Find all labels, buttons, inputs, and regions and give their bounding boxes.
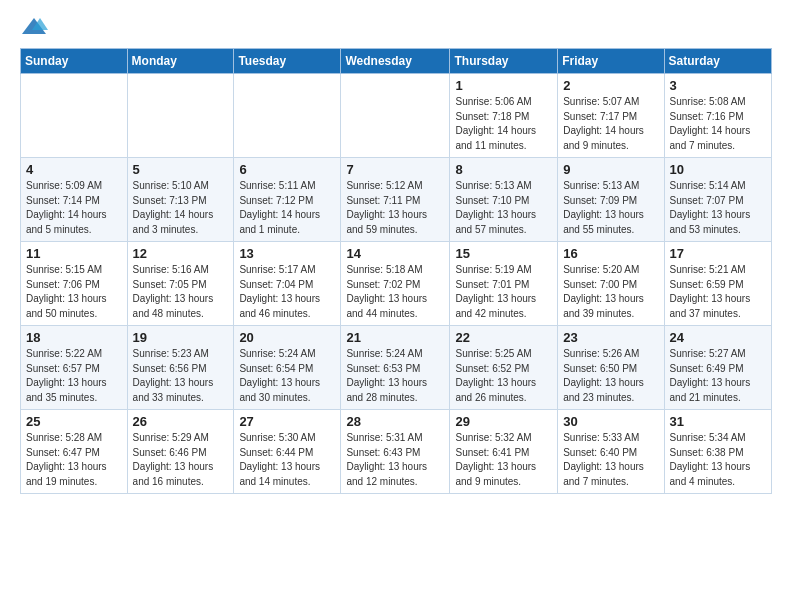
day-number: 5 [133, 162, 229, 177]
calendar-cell: 25Sunrise: 5:28 AM Sunset: 6:47 PM Dayli… [21, 410, 128, 494]
calendar-cell: 19Sunrise: 5:23 AM Sunset: 6:56 PM Dayli… [127, 326, 234, 410]
calendar-cell: 30Sunrise: 5:33 AM Sunset: 6:40 PM Dayli… [558, 410, 664, 494]
calendar-cell: 17Sunrise: 5:21 AM Sunset: 6:59 PM Dayli… [664, 242, 771, 326]
col-header-friday: Friday [558, 49, 664, 74]
day-info: Sunrise: 5:27 AM Sunset: 6:49 PM Dayligh… [670, 347, 766, 405]
calendar-cell: 13Sunrise: 5:17 AM Sunset: 7:04 PM Dayli… [234, 242, 341, 326]
calendar-cell: 29Sunrise: 5:32 AM Sunset: 6:41 PM Dayli… [450, 410, 558, 494]
calendar-cell [234, 74, 341, 158]
day-info: Sunrise: 5:11 AM Sunset: 7:12 PM Dayligh… [239, 179, 335, 237]
day-info: Sunrise: 5:18 AM Sunset: 7:02 PM Dayligh… [346, 263, 444, 321]
calendar-cell: 9Sunrise: 5:13 AM Sunset: 7:09 PM Daylig… [558, 158, 664, 242]
day-number: 15 [455, 246, 552, 261]
day-info: Sunrise: 5:33 AM Sunset: 6:40 PM Dayligh… [563, 431, 658, 489]
calendar-cell: 15Sunrise: 5:19 AM Sunset: 7:01 PM Dayli… [450, 242, 558, 326]
calendar-cell: 11Sunrise: 5:15 AM Sunset: 7:06 PM Dayli… [21, 242, 128, 326]
logo [20, 16, 52, 38]
day-number: 19 [133, 330, 229, 345]
day-info: Sunrise: 5:12 AM Sunset: 7:11 PM Dayligh… [346, 179, 444, 237]
day-number: 3 [670, 78, 766, 93]
day-number: 27 [239, 414, 335, 429]
calendar-cell: 5Sunrise: 5:10 AM Sunset: 7:13 PM Daylig… [127, 158, 234, 242]
day-info: Sunrise: 5:26 AM Sunset: 6:50 PM Dayligh… [563, 347, 658, 405]
col-header-sunday: Sunday [21, 49, 128, 74]
day-info: Sunrise: 5:30 AM Sunset: 6:44 PM Dayligh… [239, 431, 335, 489]
day-number: 1 [455, 78, 552, 93]
calendar-cell: 23Sunrise: 5:26 AM Sunset: 6:50 PM Dayli… [558, 326, 664, 410]
calendar-cell: 28Sunrise: 5:31 AM Sunset: 6:43 PM Dayli… [341, 410, 450, 494]
col-header-thursday: Thursday [450, 49, 558, 74]
col-header-saturday: Saturday [664, 49, 771, 74]
day-info: Sunrise: 5:25 AM Sunset: 6:52 PM Dayligh… [455, 347, 552, 405]
calendar-cell: 8Sunrise: 5:13 AM Sunset: 7:10 PM Daylig… [450, 158, 558, 242]
day-number: 17 [670, 246, 766, 261]
day-number: 25 [26, 414, 122, 429]
day-info: Sunrise: 5:09 AM Sunset: 7:14 PM Dayligh… [26, 179, 122, 237]
calendar-cell: 27Sunrise: 5:30 AM Sunset: 6:44 PM Dayli… [234, 410, 341, 494]
day-info: Sunrise: 5:22 AM Sunset: 6:57 PM Dayligh… [26, 347, 122, 405]
col-header-tuesday: Tuesday [234, 49, 341, 74]
calendar-cell: 21Sunrise: 5:24 AM Sunset: 6:53 PM Dayli… [341, 326, 450, 410]
day-info: Sunrise: 5:19 AM Sunset: 7:01 PM Dayligh… [455, 263, 552, 321]
day-number: 20 [239, 330, 335, 345]
calendar-cell: 1Sunrise: 5:06 AM Sunset: 7:18 PM Daylig… [450, 74, 558, 158]
calendar-week-5: 25Sunrise: 5:28 AM Sunset: 6:47 PM Dayli… [21, 410, 772, 494]
day-number: 23 [563, 330, 658, 345]
day-info: Sunrise: 5:29 AM Sunset: 6:46 PM Dayligh… [133, 431, 229, 489]
calendar-cell: 22Sunrise: 5:25 AM Sunset: 6:52 PM Dayli… [450, 326, 558, 410]
calendar-cell: 4Sunrise: 5:09 AM Sunset: 7:14 PM Daylig… [21, 158, 128, 242]
day-number: 16 [563, 246, 658, 261]
calendar-cell: 26Sunrise: 5:29 AM Sunset: 6:46 PM Dayli… [127, 410, 234, 494]
day-number: 22 [455, 330, 552, 345]
day-number: 4 [26, 162, 122, 177]
day-info: Sunrise: 5:17 AM Sunset: 7:04 PM Dayligh… [239, 263, 335, 321]
calendar-table: SundayMondayTuesdayWednesdayThursdayFrid… [20, 48, 772, 494]
day-number: 9 [563, 162, 658, 177]
day-info: Sunrise: 5:06 AM Sunset: 7:18 PM Dayligh… [455, 95, 552, 153]
calendar-cell: 2Sunrise: 5:07 AM Sunset: 7:17 PM Daylig… [558, 74, 664, 158]
day-number: 6 [239, 162, 335, 177]
day-info: Sunrise: 5:08 AM Sunset: 7:16 PM Dayligh… [670, 95, 766, 153]
calendar-week-1: 1Sunrise: 5:06 AM Sunset: 7:18 PM Daylig… [21, 74, 772, 158]
day-info: Sunrise: 5:34 AM Sunset: 6:38 PM Dayligh… [670, 431, 766, 489]
day-info: Sunrise: 5:10 AM Sunset: 7:13 PM Dayligh… [133, 179, 229, 237]
day-info: Sunrise: 5:20 AM Sunset: 7:00 PM Dayligh… [563, 263, 658, 321]
calendar-cell: 24Sunrise: 5:27 AM Sunset: 6:49 PM Dayli… [664, 326, 771, 410]
day-info: Sunrise: 5:24 AM Sunset: 6:54 PM Dayligh… [239, 347, 335, 405]
day-info: Sunrise: 5:15 AM Sunset: 7:06 PM Dayligh… [26, 263, 122, 321]
calendar-cell: 12Sunrise: 5:16 AM Sunset: 7:05 PM Dayli… [127, 242, 234, 326]
day-number: 29 [455, 414, 552, 429]
day-info: Sunrise: 5:28 AM Sunset: 6:47 PM Dayligh… [26, 431, 122, 489]
calendar-cell: 7Sunrise: 5:12 AM Sunset: 7:11 PM Daylig… [341, 158, 450, 242]
calendar-cell: 31Sunrise: 5:34 AM Sunset: 6:38 PM Dayli… [664, 410, 771, 494]
calendar-cell: 18Sunrise: 5:22 AM Sunset: 6:57 PM Dayli… [21, 326, 128, 410]
calendar-cell: 10Sunrise: 5:14 AM Sunset: 7:07 PM Dayli… [664, 158, 771, 242]
day-number: 7 [346, 162, 444, 177]
day-number: 2 [563, 78, 658, 93]
calendar-cell: 16Sunrise: 5:20 AM Sunset: 7:00 PM Dayli… [558, 242, 664, 326]
day-info: Sunrise: 5:32 AM Sunset: 6:41 PM Dayligh… [455, 431, 552, 489]
day-info: Sunrise: 5:21 AM Sunset: 6:59 PM Dayligh… [670, 263, 766, 321]
day-number: 26 [133, 414, 229, 429]
day-number: 11 [26, 246, 122, 261]
day-info: Sunrise: 5:14 AM Sunset: 7:07 PM Dayligh… [670, 179, 766, 237]
calendar-cell: 6Sunrise: 5:11 AM Sunset: 7:12 PM Daylig… [234, 158, 341, 242]
day-number: 28 [346, 414, 444, 429]
col-header-monday: Monday [127, 49, 234, 74]
day-number: 8 [455, 162, 552, 177]
day-info: Sunrise: 5:16 AM Sunset: 7:05 PM Dayligh… [133, 263, 229, 321]
day-number: 14 [346, 246, 444, 261]
calendar-cell: 14Sunrise: 5:18 AM Sunset: 7:02 PM Dayli… [341, 242, 450, 326]
day-number: 13 [239, 246, 335, 261]
col-header-wednesday: Wednesday [341, 49, 450, 74]
page-header [20, 16, 772, 38]
calendar-cell [21, 74, 128, 158]
logo-icon [20, 16, 48, 38]
day-number: 18 [26, 330, 122, 345]
day-number: 21 [346, 330, 444, 345]
calendar-cell [127, 74, 234, 158]
day-number: 31 [670, 414, 766, 429]
calendar-cell: 3Sunrise: 5:08 AM Sunset: 7:16 PM Daylig… [664, 74, 771, 158]
calendar-week-3: 11Sunrise: 5:15 AM Sunset: 7:06 PM Dayli… [21, 242, 772, 326]
day-number: 24 [670, 330, 766, 345]
